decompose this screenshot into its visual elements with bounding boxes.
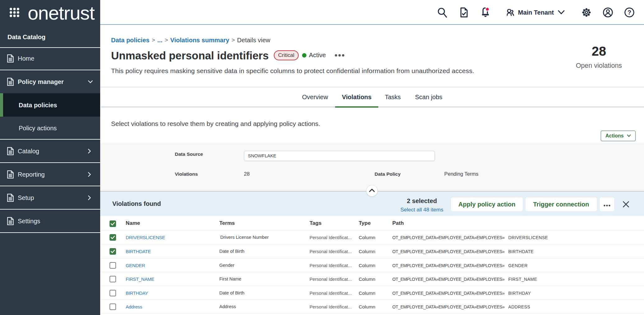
svg-text:?: ? (628, 9, 631, 16)
